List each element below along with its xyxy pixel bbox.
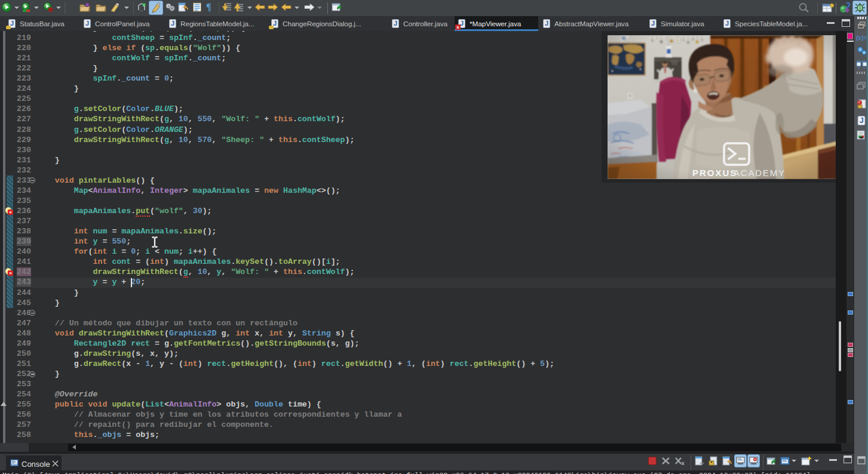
svg-text:PROXUS: PROXUS xyxy=(692,168,737,178)
svg-text:J: J xyxy=(860,116,864,125)
svg-text:ACADEMY: ACADEMY xyxy=(734,168,786,178)
svg-text:C: C xyxy=(143,4,146,7)
